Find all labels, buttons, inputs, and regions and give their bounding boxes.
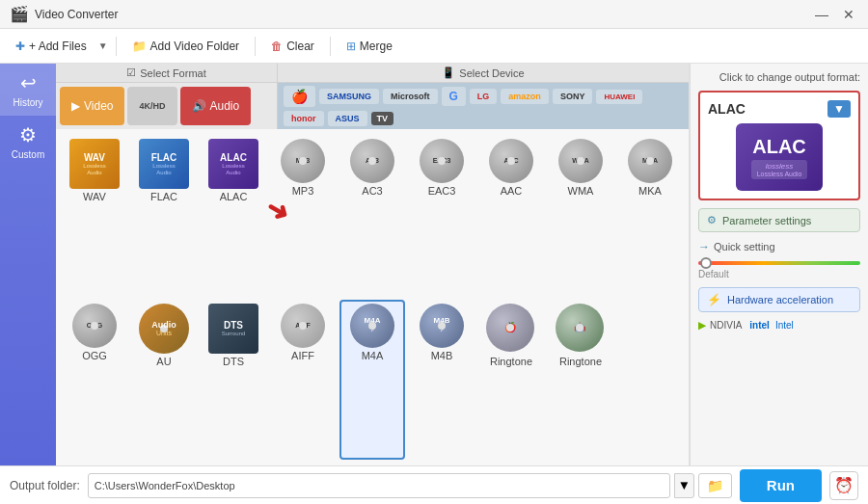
format-m4a[interactable]: M4A♪ M4A bbox=[339, 300, 405, 461]
format-dropdown-button[interactable]: ▼ bbox=[827, 100, 851, 118]
change-format-label: Click to change output format: bbox=[698, 71, 860, 83]
output-format-header: ALAC ▼ bbox=[708, 100, 851, 118]
title-bar: 🎬 Video Converter — ✕ bbox=[0, 0, 868, 29]
add-files-dropdown-arrow[interactable]: ▼ bbox=[98, 40, 108, 51]
quick-setting-label: Quick setting bbox=[714, 241, 775, 252]
format-flac[interactable]: FLAC LosslessAudio FLAC bbox=[131, 135, 197, 296]
format-aac[interactable]: AAC AAC bbox=[478, 135, 544, 296]
format-ringtone-android[interactable]: 🤖 Ringtone bbox=[548, 300, 613, 461]
parameter-icon: ⚙ bbox=[707, 214, 717, 226]
clear-icon: 🗑 bbox=[271, 40, 283, 53]
device-tab-honor[interactable]: honor bbox=[284, 111, 324, 126]
slider-default-label: Default bbox=[698, 269, 860, 279]
intel2-label: Intel bbox=[775, 320, 794, 331]
minimize-button[interactable]: — bbox=[812, 7, 831, 22]
quick-setting-section: → Quick setting Default bbox=[698, 240, 860, 279]
device-tab-microsoft[interactable]: Microsoft bbox=[383, 89, 438, 104]
tab-video[interactable]: ▶ Video bbox=[60, 87, 124, 125]
device-tab-samsung[interactable]: SAMSUNG bbox=[319, 89, 379, 104]
4khd-tab-icon: 4K/HD bbox=[139, 101, 165, 111]
main-area: ↩ History ⚙ Custom ☑ Select Format 📱 Sel… bbox=[0, 64, 868, 465]
video-tab-icon: ▶ bbox=[71, 99, 80, 113]
merge-icon: ⊞ bbox=[346, 40, 356, 53]
gear-icon: ⚙ bbox=[19, 123, 37, 146]
format-device-area: ☑ Select Format 📱 Select Device ▶ Video … bbox=[56, 64, 690, 465]
format-dts[interactable]: DTS Surround DTS bbox=[201, 300, 266, 461]
device-tab-google[interactable]: G bbox=[442, 87, 466, 106]
quick-slider-thumb[interactable] bbox=[700, 257, 712, 269]
output-format-box: ALAC ▼ ALAC lossless Lossless Audio bbox=[698, 91, 860, 200]
alac-icon-desc: Lossless Audio bbox=[757, 171, 802, 177]
hw-icon: ⚡ bbox=[707, 293, 721, 306]
clear-button[interactable]: 🗑 Clear bbox=[263, 36, 322, 57]
tab-audio[interactable]: 🔊 Audio bbox=[180, 87, 252, 125]
folder-icon: 📁 bbox=[132, 40, 147, 53]
format-au[interactable]: Audio Units AU bbox=[131, 300, 197, 461]
format-ringtone-apple[interactable]: 🍎 Ringtone bbox=[478, 300, 544, 461]
format-ogg[interactable]: OGG OGG bbox=[62, 300, 127, 461]
device-tab-tv[interactable]: TV bbox=[371, 112, 394, 125]
output-format-name: ALAC bbox=[708, 101, 746, 117]
format-wav[interactable]: WAV LosslessAudio WAV bbox=[62, 135, 127, 296]
separator-3 bbox=[330, 37, 331, 56]
nvidia-label: NDIVIA bbox=[710, 320, 742, 331]
toolbar: ✚ + Add Files ▼ 📁 Add Video Folder 🗑 Cle… bbox=[0, 29, 868, 64]
hardware-acceleration-button[interactable]: ⚡ Hardware acceleration bbox=[698, 287, 860, 312]
select-format-header: ☑ Select Format bbox=[56, 64, 278, 82]
add-video-folder-button[interactable]: 📁 Add Video Folder bbox=[124, 36, 248, 57]
device-tab-apple[interactable]: 🍎 bbox=[284, 86, 315, 107]
close-button[interactable]: ✕ bbox=[839, 7, 858, 22]
quick-slider-wrap bbox=[698, 257, 860, 269]
format-m4b[interactable]: M4B♪ M4B bbox=[409, 300, 475, 461]
parameter-settings-button[interactable]: ⚙ Parameter settings bbox=[698, 208, 860, 232]
window-controls: — ✕ bbox=[812, 7, 858, 22]
format-tabs: ▶ Video 4K/HD 🔊 Audio bbox=[56, 83, 278, 129]
device-tab-amazon[interactable]: amazon bbox=[501, 89, 549, 104]
section-headers: ☑ Select Format 📱 Select Device bbox=[56, 64, 689, 83]
quick-slider[interactable] bbox=[698, 261, 860, 265]
alarm-button[interactable]: ⏰ bbox=[829, 471, 858, 500]
sidebar-item-custom[interactable]: ⚙ Custom bbox=[0, 116, 56, 168]
tab-4khd[interactable]: 4K/HD bbox=[127, 87, 176, 125]
format-alac[interactable]: ALAC LosslessAudio ALAC bbox=[201, 135, 266, 296]
format-grid: WAV LosslessAudio WAV FLAC LosslessAudio… bbox=[56, 129, 689, 465]
format-mp3[interactable]: MP3 MP3 bbox=[270, 135, 336, 296]
alac-large-icon: ALAC lossless Lossless Audio bbox=[736, 123, 823, 191]
path-dropdown-button[interactable]: ▼ bbox=[674, 473, 694, 498]
tabs-row: ▶ Video 4K/HD 🔊 Audio 🍎 SAMSUNG Microsof… bbox=[56, 83, 689, 129]
right-panel: Click to change output format: ALAC ▼ AL… bbox=[690, 64, 868, 465]
bottom-bar: Output folder: ▼ 📁 Run ⏰ bbox=[0, 465, 868, 504]
format-mka[interactable]: MKA MKA bbox=[617, 135, 683, 296]
device-tab-huawei[interactable]: HUAWEI bbox=[596, 90, 642, 104]
output-path-wrap: ▼ 📁 bbox=[88, 473, 732, 498]
separator-2 bbox=[255, 37, 256, 56]
audio-tab-icon: 🔊 bbox=[192, 99, 206, 113]
app-icon: 🎬 bbox=[10, 5, 29, 23]
merge-button[interactable]: ⊞ Merge bbox=[339, 36, 400, 57]
add-files-button[interactable]: ✚ + Add Files bbox=[8, 36, 95, 57]
format-wma[interactable]: WMA WMA bbox=[548, 135, 613, 296]
select-device-header: 📱 Select Device bbox=[278, 64, 689, 82]
run-button[interactable]: Run bbox=[740, 469, 822, 502]
format-ac3[interactable]: AC3 AC3 bbox=[339, 135, 405, 296]
output-path-input[interactable] bbox=[88, 473, 670, 498]
intel1-label: intel bbox=[749, 320, 770, 331]
nvidia-logo: ▶ bbox=[698, 320, 706, 331]
separator-1 bbox=[116, 37, 117, 56]
device-tabs: 🍎 SAMSUNG Microsoft G LG amazon SONY HUA… bbox=[278, 83, 689, 129]
alac-icon-subtitle: lossless bbox=[766, 162, 793, 171]
device-tab-sony[interactable]: SONY bbox=[553, 89, 593, 104]
device-tab-lg[interactable]: LG bbox=[470, 89, 498, 104]
device-header-icon: 📱 bbox=[442, 66, 455, 79]
output-folder-label: Output folder: bbox=[10, 479, 80, 492]
add-files-icon: ✚ bbox=[15, 40, 25, 53]
browse-folder-button[interactable]: 📁 bbox=[698, 473, 732, 498]
format-header-icon: ☑ bbox=[126, 66, 136, 79]
sidebar: ↩ History ⚙ Custom bbox=[0, 64, 56, 465]
sidebar-item-history[interactable]: ↩ History bbox=[0, 64, 56, 116]
format-eac3[interactable]: EAC3 EAC3 bbox=[409, 135, 475, 296]
alac-icon-title: ALAC bbox=[752, 136, 806, 158]
format-aiff[interactable]: AIFF AIFF bbox=[270, 300, 336, 461]
quick-setting-icon: → bbox=[698, 240, 710, 253]
device-tab-asus[interactable]: ASUS bbox=[328, 111, 367, 126]
